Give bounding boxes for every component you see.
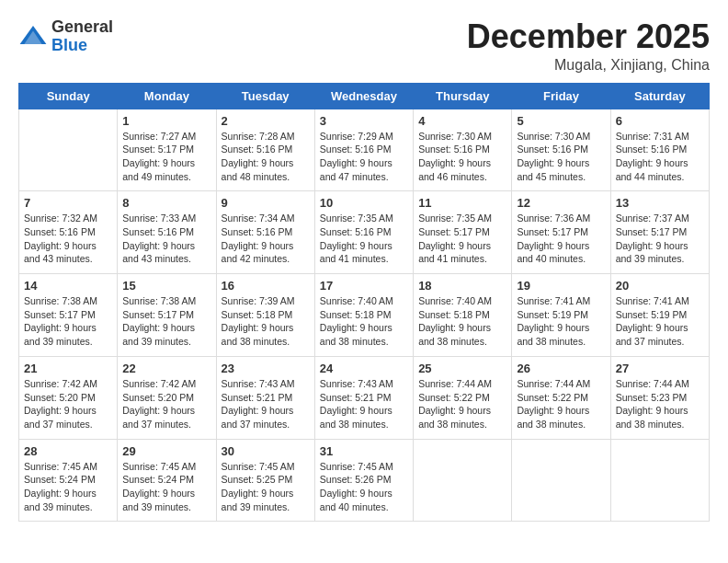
calendar-cell: 28Sunrise: 7:45 AMSunset: 5:24 PMDayligh…	[19, 439, 118, 522]
calendar-cell: 4Sunrise: 7:30 AMSunset: 5:16 PMDaylight…	[414, 109, 512, 191]
day-detail: Sunrise: 7:45 AMSunset: 5:25 PMDaylight:…	[222, 460, 310, 514]
day-detail: Sunrise: 7:44 AMSunset: 5:23 PMDaylight:…	[616, 377, 704, 431]
day-detail: Sunrise: 7:43 AMSunset: 5:21 PMDaylight:…	[222, 377, 310, 431]
day-detail: Sunrise: 7:43 AMSunset: 5:21 PMDaylight:…	[320, 377, 408, 431]
calendar-cell: 23Sunrise: 7:43 AMSunset: 5:21 PMDayligh…	[216, 356, 314, 439]
calendar-cell: 18Sunrise: 7:40 AMSunset: 5:18 PMDayligh…	[414, 274, 512, 357]
calendar-week-row: 7Sunrise: 7:32 AMSunset: 5:16 PMDaylight…	[19, 191, 710, 274]
logo: General Blue	[18, 18, 113, 55]
day-detail: Sunrise: 7:30 AMSunset: 5:16 PMDaylight:…	[418, 130, 506, 184]
day-detail: Sunrise: 7:35 AMSunset: 5:16 PMDaylight:…	[320, 212, 408, 266]
weekday-header: Wednesday	[314, 83, 413, 109]
day-number: 8	[122, 196, 210, 210]
calendar-cell: 15Sunrise: 7:38 AMSunset: 5:17 PMDayligh…	[118, 274, 216, 357]
day-detail: Sunrise: 7:40 AMSunset: 5:18 PMDaylight:…	[418, 294, 506, 349]
day-number: 6	[616, 114, 704, 128]
day-number: 13	[616, 196, 704, 210]
weekday-header: Thursday	[414, 83, 512, 109]
day-number: 16	[222, 279, 310, 293]
calendar-week-row: 28Sunrise: 7:45 AMSunset: 5:24 PMDayligh…	[19, 439, 710, 522]
calendar-cell: 30Sunrise: 7:45 AMSunset: 5:25 PMDayligh…	[216, 439, 314, 522]
calendar-cell	[610, 439, 709, 522]
day-detail: Sunrise: 7:41 AMSunset: 5:19 PMDaylight:…	[616, 294, 704, 349]
day-detail: Sunrise: 7:31 AMSunset: 5:16 PMDaylight:…	[616, 130, 704, 184]
day-detail: Sunrise: 7:38 AMSunset: 5:17 PMDaylight:…	[24, 294, 112, 349]
day-detail: Sunrise: 7:28 AMSunset: 5:16 PMDaylight:…	[222, 130, 310, 184]
calendar-cell: 3Sunrise: 7:29 AMSunset: 5:16 PMDaylight…	[314, 109, 413, 191]
day-detail: Sunrise: 7:40 AMSunset: 5:18 PMDaylight:…	[320, 294, 408, 349]
calendar-cell: 5Sunrise: 7:30 AMSunset: 5:16 PMDaylight…	[512, 109, 610, 191]
day-number: 27	[616, 362, 704, 375]
logo-blue: Blue	[51, 36, 87, 54]
calendar-cell: 16Sunrise: 7:39 AMSunset: 5:18 PMDayligh…	[216, 274, 314, 357]
calendar-cell: 27Sunrise: 7:44 AMSunset: 5:23 PMDayligh…	[610, 356, 709, 439]
title-block: December 2025 Mugala, Xinjiang, China	[467, 18, 710, 74]
day-detail: Sunrise: 7:45 AMSunset: 5:24 PMDaylight:…	[122, 460, 210, 514]
day-detail: Sunrise: 7:27 AMSunset: 5:17 PMDaylight:…	[122, 130, 210, 184]
day-number: 28	[24, 444, 112, 458]
day-number: 31	[320, 444, 408, 458]
day-detail: Sunrise: 7:45 AMSunset: 5:24 PMDaylight:…	[24, 460, 112, 514]
day-detail: Sunrise: 7:37 AMSunset: 5:17 PMDaylight:…	[616, 212, 704, 266]
calendar-cell: 8Sunrise: 7:33 AMSunset: 5:16 PMDaylight…	[118, 191, 216, 274]
calendar-week-row: 1Sunrise: 7:27 AMSunset: 5:17 PMDaylight…	[19, 109, 710, 191]
day-number: 1	[122, 114, 210, 128]
calendar-week-row: 21Sunrise: 7:42 AMSunset: 5:20 PMDayligh…	[19, 356, 710, 439]
day-number: 2	[222, 114, 310, 128]
calendar-cell: 31Sunrise: 7:45 AMSunset: 5:26 PMDayligh…	[314, 439, 413, 522]
calendar-cell: 9Sunrise: 7:34 AMSunset: 5:16 PMDaylight…	[216, 191, 314, 274]
calendar-cell	[414, 439, 512, 522]
calendar-body: 1Sunrise: 7:27 AMSunset: 5:17 PMDaylight…	[19, 109, 710, 522]
day-detail: Sunrise: 7:44 AMSunset: 5:22 PMDaylight:…	[517, 377, 605, 431]
day-number: 19	[517, 279, 605, 293]
calendar-cell: 6Sunrise: 7:31 AMSunset: 5:16 PMDaylight…	[610, 109, 709, 191]
day-number: 10	[320, 196, 408, 210]
weekday-header: Sunday	[19, 83, 118, 109]
logo-text: General Blue	[51, 18, 113, 55]
calendar-cell: 19Sunrise: 7:41 AMSunset: 5:19 PMDayligh…	[512, 274, 610, 357]
weekday-header: Friday	[512, 83, 610, 109]
weekday-header: Saturday	[610, 83, 709, 109]
calendar-cell: 20Sunrise: 7:41 AMSunset: 5:19 PMDayligh…	[610, 274, 709, 357]
weekday-header: Tuesday	[216, 83, 314, 109]
page-header: General Blue December 2025 Mugala, Xinji…	[18, 18, 710, 74]
day-detail: Sunrise: 7:29 AMSunset: 5:16 PMDaylight:…	[320, 130, 408, 184]
calendar-cell: 22Sunrise: 7:42 AMSunset: 5:20 PMDayligh…	[118, 356, 216, 439]
day-number: 29	[122, 444, 210, 458]
logo-icon	[18, 22, 48, 52]
day-detail: Sunrise: 7:35 AMSunset: 5:17 PMDaylight:…	[418, 212, 506, 266]
day-detail: Sunrise: 7:42 AMSunset: 5:20 PMDaylight:…	[122, 377, 210, 431]
calendar-cell	[19, 109, 118, 191]
day-number: 11	[418, 196, 506, 210]
day-number: 3	[320, 114, 408, 128]
calendar-cell: 1Sunrise: 7:27 AMSunset: 5:17 PMDaylight…	[118, 109, 216, 191]
calendar-cell: 14Sunrise: 7:38 AMSunset: 5:17 PMDayligh…	[19, 274, 118, 357]
calendar-table: SundayMondayTuesdayWednesdayThursdayFrid…	[18, 83, 710, 523]
day-detail: Sunrise: 7:36 AMSunset: 5:17 PMDaylight:…	[517, 212, 605, 266]
day-number: 24	[320, 362, 408, 375]
day-number: 18	[418, 279, 506, 293]
calendar-header-row: SundayMondayTuesdayWednesdayThursdayFrid…	[19, 83, 710, 109]
calendar-cell: 10Sunrise: 7:35 AMSunset: 5:16 PMDayligh…	[314, 191, 413, 274]
calendar-cell: 11Sunrise: 7:35 AMSunset: 5:17 PMDayligh…	[414, 191, 512, 274]
calendar-cell: 26Sunrise: 7:44 AMSunset: 5:22 PMDayligh…	[512, 356, 610, 439]
day-detail: Sunrise: 7:34 AMSunset: 5:16 PMDaylight:…	[222, 212, 310, 266]
day-number: 14	[24, 279, 112, 293]
day-detail: Sunrise: 7:45 AMSunset: 5:26 PMDaylight:…	[320, 460, 408, 514]
calendar-cell: 29Sunrise: 7:45 AMSunset: 5:24 PMDayligh…	[118, 439, 216, 522]
location-title: Mugala, Xinjiang, China	[467, 57, 710, 74]
day-detail: Sunrise: 7:38 AMSunset: 5:17 PMDaylight:…	[122, 294, 210, 349]
calendar-cell	[512, 439, 610, 522]
month-title: December 2025	[467, 18, 710, 55]
calendar-cell: 7Sunrise: 7:32 AMSunset: 5:16 PMDaylight…	[19, 191, 118, 274]
day-number: 15	[122, 279, 210, 293]
day-detail: Sunrise: 7:44 AMSunset: 5:22 PMDaylight:…	[418, 377, 506, 431]
day-number: 7	[24, 196, 112, 210]
day-number: 17	[320, 279, 408, 293]
day-number: 9	[222, 196, 310, 210]
calendar-cell: 24Sunrise: 7:43 AMSunset: 5:21 PMDayligh…	[314, 356, 413, 439]
day-detail: Sunrise: 7:42 AMSunset: 5:20 PMDaylight:…	[24, 377, 112, 431]
calendar-cell: 17Sunrise: 7:40 AMSunset: 5:18 PMDayligh…	[314, 274, 413, 357]
day-detail: Sunrise: 7:39 AMSunset: 5:18 PMDaylight:…	[222, 294, 310, 349]
calendar-cell: 2Sunrise: 7:28 AMSunset: 5:16 PMDaylight…	[216, 109, 314, 191]
